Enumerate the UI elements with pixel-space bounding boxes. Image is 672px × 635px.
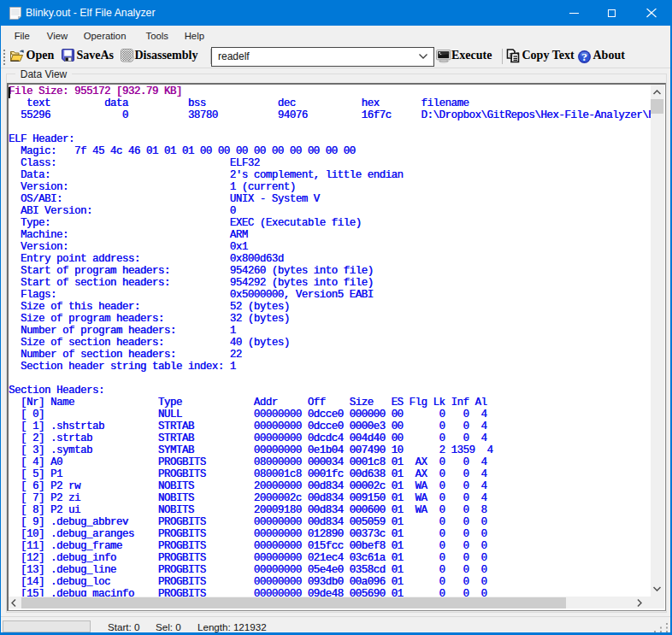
svg-text:?: ?	[581, 50, 587, 63]
